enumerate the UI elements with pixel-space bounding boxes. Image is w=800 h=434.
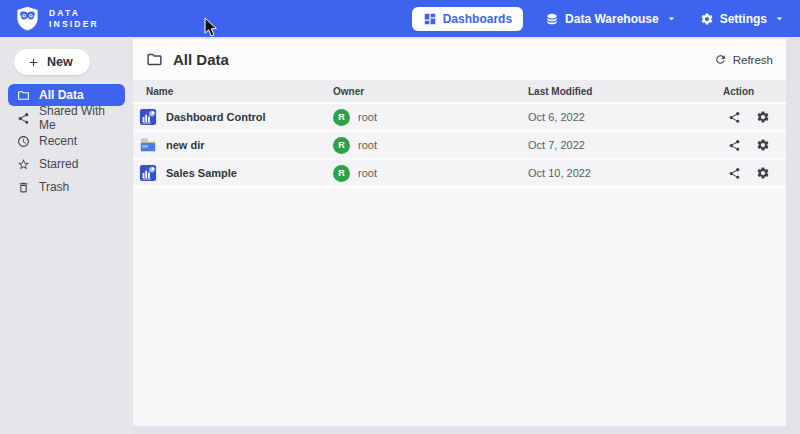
star-icon (17, 158, 30, 171)
sidebar-item-starred[interactable]: Starred (8, 153, 125, 175)
share-icon[interactable] (728, 167, 741, 180)
dashboards-label: Dashboards (443, 12, 512, 26)
gear-icon[interactable] (756, 166, 770, 180)
table-row[interactable]: Sales Sample R root Oct 10, 2022 (133, 160, 786, 186)
table-header: Name Owner Last Modified Action (133, 80, 786, 102)
gear-icon[interactable] (756, 110, 770, 124)
folder-icon (17, 89, 30, 102)
sidebar-item-label: Starred (39, 157, 78, 171)
sidebar-item-trash[interactable]: Trash (8, 176, 125, 198)
refresh-icon (714, 53, 727, 66)
brand-logo: DATA INSIDER (14, 5, 99, 32)
refresh-label: Refresh (733, 54, 773, 66)
sidebar-nav: All Data Shared With Me Recent Starred T… (0, 84, 133, 198)
new-button-label: New (47, 55, 73, 69)
sidebar: New All Data Shared With Me Recent Starr… (0, 37, 133, 434)
settings-label: Settings (720, 12, 767, 26)
table-empty-area (133, 188, 786, 426)
owner-name: root (358, 167, 377, 179)
share-icon (17, 112, 30, 125)
trash-icon (17, 181, 30, 194)
data-warehouse-menu[interactable]: Data Warehouse (545, 12, 678, 26)
column-header-owner: Owner (333, 86, 528, 97)
sidebar-item-label: All Data (39, 88, 84, 102)
plus-icon (27, 56, 40, 69)
file-name[interactable]: Sales Sample (166, 167, 237, 179)
data-warehouse-label: Data Warehouse (565, 12, 659, 26)
owl-logo-icon (14, 5, 41, 32)
column-header-last-modified: Last Modified (528, 86, 723, 97)
panel-header: All Data Refresh (133, 39, 786, 80)
topbar: DATA INSIDER Dashboards Data Warehouse (0, 0, 800, 37)
table-row[interactable]: Dashboard Control R root Oct 6, 2022 (133, 104, 786, 130)
last-modified: Oct 10, 2022 (528, 167, 723, 179)
chevron-down-icon (665, 12, 678, 25)
sidebar-item-label: Shared With Me (39, 104, 125, 132)
chevron-down-icon (773, 12, 786, 25)
gear-icon (700, 12, 714, 26)
owner-name: root (358, 111, 377, 123)
share-icon[interactable] (728, 139, 741, 152)
new-button[interactable]: New (14, 49, 90, 75)
sidebar-item-label: Trash (39, 180, 69, 194)
owner-avatar: R (333, 109, 350, 126)
refresh-button[interactable]: Refresh (714, 53, 773, 66)
database-icon (545, 12, 559, 26)
owner-avatar: R (333, 137, 350, 154)
last-modified: Oct 7, 2022 (528, 139, 723, 151)
owner-avatar: R (333, 165, 350, 182)
dashboard-file-icon (139, 108, 157, 126)
column-header-action: Action (723, 86, 786, 97)
gear-icon[interactable] (756, 138, 770, 152)
sidebar-item-recent[interactable]: Recent (8, 130, 125, 152)
folder-icon (146, 51, 163, 68)
last-modified: Oct 6, 2022 (528, 111, 723, 123)
share-icon[interactable] (728, 111, 741, 124)
dashboard-file-icon (139, 164, 157, 182)
file-name[interactable]: Dashboard Control (166, 111, 266, 123)
clock-icon (17, 135, 30, 148)
sidebar-item-all-data[interactable]: All Data (8, 84, 125, 106)
brand-line2: INSIDER (49, 19, 99, 30)
sidebar-item-label: Recent (39, 134, 77, 148)
settings-menu[interactable]: Settings (700, 12, 786, 26)
sidebar-item-shared-with-me[interactable]: Shared With Me (8, 107, 125, 129)
file-name[interactable]: new dir (166, 139, 205, 151)
column-header-name: Name (133, 86, 333, 97)
dashboards-button[interactable]: Dashboards (412, 7, 523, 31)
table-row[interactable]: new dir R root Oct 7, 2022 (133, 132, 786, 158)
folder-file-icon (139, 136, 157, 154)
main-panel: All Data Refresh Name Owner Last Modifie… (133, 39, 786, 426)
owner-name: root (358, 139, 377, 151)
topbar-nav: Dashboards Data Warehouse Settings (412, 7, 786, 31)
brand-line1: DATA (49, 8, 99, 19)
dashboard-grid-icon (423, 12, 437, 26)
page-title: All Data (173, 51, 229, 68)
